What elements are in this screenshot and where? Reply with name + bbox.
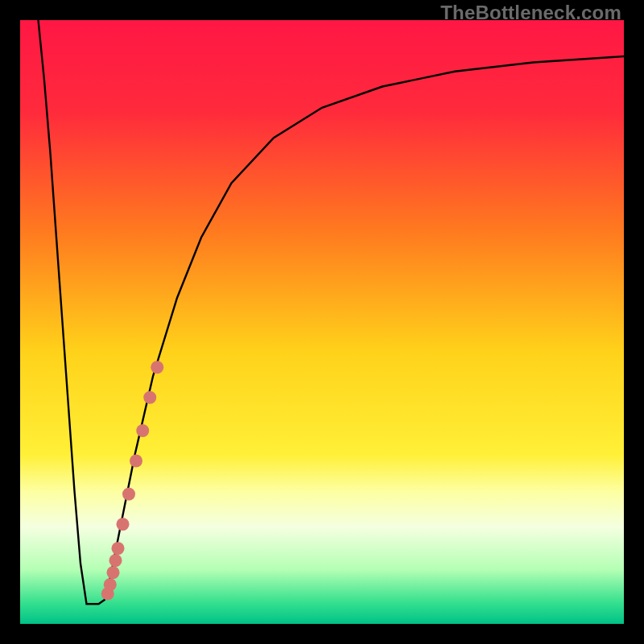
data-marker (122, 488, 135, 501)
watermark-text: TheBottleneck.com (440, 2, 621, 24)
chart-frame (20, 20, 624, 624)
data-marker (104, 578, 117, 591)
data-marker (151, 361, 163, 374)
bottleneck-chart (20, 20, 624, 624)
data-marker (109, 554, 122, 567)
data-marker (117, 518, 130, 530)
data-marker (107, 566, 120, 579)
data-marker (143, 391, 156, 404)
data-marker (130, 455, 142, 468)
data-marker (112, 542, 125, 555)
data-marker (136, 424, 149, 437)
gradient-background (20, 20, 624, 624)
